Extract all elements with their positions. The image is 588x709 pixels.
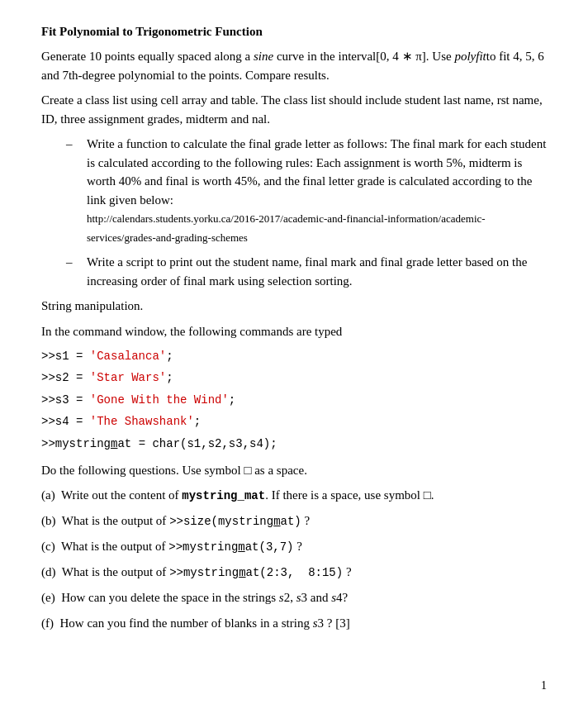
cmd3-prefix: >>s3 =	[41, 393, 90, 407]
qb-code: >>size(mystringmat)	[169, 515, 301, 528]
classlist-paragraph: Create a class list using cell array and…	[41, 91, 547, 128]
cmd3-semi: ;	[229, 393, 235, 407]
question-f: (f) How can you find the number of blank…	[41, 614, 547, 633]
bullet-item-1: – Write a function to calculate the fina…	[66, 135, 547, 246]
question-b: (b) What is the output of >>size(mystrin…	[41, 512, 547, 531]
cmd5-text: >>mystringmat = char(s1,s2,s3,s4);	[41, 437, 277, 450]
question-c: (c) What is the output of >>mystringmat(…	[41, 537, 547, 556]
poly-paragraph: Generate 10 points equally spaced along …	[41, 47, 547, 84]
cmd1-prefix: >>s1 =	[41, 350, 90, 363]
code-line-1: >>s1 = 'Casalanca';	[41, 347, 547, 365]
qa-code: mystring_mat	[182, 489, 265, 502]
cmd4-prefix: >>s4 =	[41, 415, 90, 428]
page-number: 1	[541, 679, 547, 692]
code-line-2: >>s2 = 'Star Wars';	[41, 369, 547, 387]
code-line-5: >>mystringmat = char(s1,s2,s3,s4);	[41, 435, 547, 453]
qd-code: >>mystringmat(2:3, 8:15)	[169, 566, 343, 579]
url-text: http://calendars.students.yorku.ca/2016-…	[87, 212, 486, 244]
cmd1-value: 'Casalanca'	[90, 350, 166, 363]
command-intro: In the command window, the following com…	[41, 322, 547, 341]
cmd4-semi: ;	[194, 415, 201, 428]
cmd3-value: 'Gone With the Wind'	[90, 393, 229, 407]
cmd1-semi: ;	[166, 350, 173, 363]
question-d: (d) What is the output of >>mystringmat(…	[41, 563, 547, 582]
cmd2-prefix: >>s2 =	[41, 371, 90, 384]
space-intro: Do the following questions. Use symbol □…	[41, 461, 547, 480]
bullet-dash-1: –	[66, 135, 83, 246]
cmd2-semi: ;	[166, 371, 173, 384]
page-content: Fit Polynomial to Trigonometric Function…	[41, 25, 547, 632]
bullet-item-2: – Write a script to print out the studen…	[66, 253, 547, 290]
cmd2-value: 'Star Wars'	[90, 371, 166, 384]
page-title: Fit Polynomial to Trigonometric Function	[41, 25, 547, 39]
cmd4-value: 'The Shawshank'	[90, 415, 194, 428]
question-e: (e) How can you delete the space in the …	[41, 588, 547, 607]
bullet-dash-2: –	[66, 253, 83, 290]
code-line-3: >>s3 = 'Gone With the Wind';	[41, 391, 547, 409]
bullet-text-1: Write a function to calculate the final …	[87, 135, 547, 246]
string-section-heading: String manipulation.	[41, 297, 547, 316]
question-a: (a) Write out the content of mystring_ma…	[41, 486, 547, 505]
bullet-text-2: Write a script to print out the student …	[87, 253, 547, 290]
qc-code: >>mystringmat(3,7)	[168, 540, 293, 554]
code-line-4: >>s4 = 'The Shawshank';	[41, 412, 547, 431]
